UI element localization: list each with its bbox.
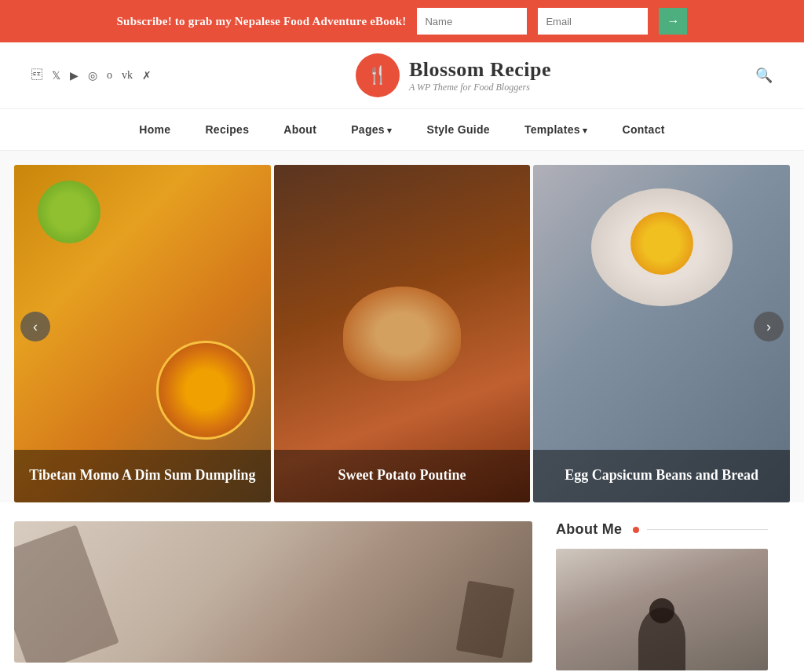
slide-2-overlay: Sweet Potato Poutine: [274, 450, 531, 502]
bottom-left: [14, 521, 532, 670]
about-me-header: About Me: [556, 521, 768, 538]
slide-1-overlay: Tibetan Momo A Dim Sum Dumpling: [14, 450, 271, 502]
slide-3[interactable]: Egg Capsicum Beans and Bread: [533, 165, 790, 502]
slider-prev-button[interactable]: ‹: [20, 312, 50, 341]
about-me-image: [556, 549, 768, 670]
email-input[interactable]: [538, 8, 648, 35]
about-me-dot: [633, 527, 639, 533]
main-nav: Home Recipes About Pages Style Guide Tem…: [0, 109, 804, 151]
name-input[interactable]: [417, 8, 527, 35]
vk-icon[interactable]: vk: [122, 69, 133, 82]
nav-link-home[interactable]: Home: [122, 109, 188, 150]
instagram-icon[interactable]: ◎: [88, 69, 97, 82]
logo[interactable]: 🍴 Blossom Recipe A WP Theme for Food Blo…: [152, 53, 755, 97]
slide-1[interactable]: Tibetan Momo A Dim Sum Dumpling: [14, 165, 271, 502]
nav-item-home[interactable]: Home: [122, 109, 188, 150]
xing-icon[interactable]: ✗: [142, 69, 152, 82]
banner-text: Subscribe! to grab my Nepalese Food Adve…: [117, 15, 407, 28]
about-me-divider: [647, 529, 768, 530]
nav-link-about[interactable]: About: [266, 109, 334, 150]
about-me-sidebar: About Me: [532, 521, 768, 670]
nav-link-recipes[interactable]: Recipes: [188, 109, 266, 150]
nav-item-contact[interactable]: Contact: [605, 109, 682, 150]
social-icons-bar:  𝕏 ▶ ◎ ο vk ✗: [31, 69, 152, 82]
nav-link-style-guide[interactable]: Style Guide: [410, 109, 507, 150]
site-title: Blossom Recipe: [409, 58, 551, 82]
nav-item-templates[interactable]: Templates: [507, 109, 605, 150]
top-banner: Subscribe! to grab my Nepalese Food Adve…: [0, 0, 804, 42]
facebook-icon[interactable]: : [31, 69, 42, 82]
header:  𝕏 ▶ ◎ ο vk ✗ 🍴 Blossom Recipe A WP The…: [0, 42, 804, 109]
bottom-featured-image: [14, 521, 532, 663]
slide-3-title: Egg Capsicum Beans and Bread: [546, 466, 777, 485]
site-subtitle: A WP Theme for Food Bloggers: [409, 82, 551, 93]
nav-link-pages[interactable]: Pages: [334, 109, 409, 150]
subscribe-button[interactable]: →: [659, 8, 687, 35]
nav-list: Home Recipes About Pages Style Guide Tem…: [122, 109, 682, 150]
nav-item-about[interactable]: About: [266, 109, 334, 150]
youtube-icon[interactable]: ▶: [70, 69, 79, 82]
search-icon[interactable]: 🔍: [755, 67, 773, 84]
slide-3-overlay: Egg Capsicum Beans and Bread: [533, 450, 790, 502]
slider-next-button[interactable]: ›: [754, 312, 784, 341]
odnoklassniki-icon[interactable]: ο: [107, 69, 112, 82]
slider: ‹ Tibetan Momo A Dim Sum Dumpling Sweet …: [0, 151, 804, 502]
slide-2-title: Sweet Potato Poutine: [287, 466, 518, 485]
twitter-icon[interactable]: 𝕏: [52, 69, 60, 82]
nav-item-recipes[interactable]: Recipes: [188, 109, 266, 150]
bottom-section: About Me: [0, 502, 804, 670]
logo-text: Blossom Recipe A WP Theme for Food Blogg…: [409, 58, 551, 93]
slide-2[interactable]: Sweet Potato Poutine: [274, 165, 531, 502]
about-me-title: About Me: [556, 521, 622, 538]
nav-link-contact[interactable]: Contact: [605, 109, 682, 150]
nav-item-pages[interactable]: Pages: [334, 109, 409, 150]
slide-1-title: Tibetan Momo A Dim Sum Dumpling: [27, 466, 258, 485]
nav-link-templates[interactable]: Templates: [507, 109, 605, 150]
nav-item-style-guide[interactable]: Style Guide: [410, 109, 507, 150]
logo-icon: 🍴: [356, 53, 400, 97]
